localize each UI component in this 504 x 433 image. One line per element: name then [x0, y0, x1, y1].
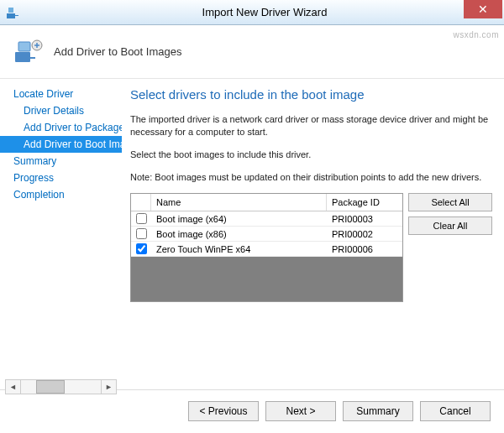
boot-images-table: Name Package ID Boot image (x64) PRI0000…: [130, 193, 403, 302]
row-package-id: PRI00002: [327, 227, 402, 241]
wizard-header: Add Driver to Boot Images: [0, 25, 504, 79]
table-side-buttons: Select All Clear All: [408, 193, 492, 302]
app-icon: [0, 6, 25, 19]
nav-add-to-packages[interactable]: Add Driver to Packages: [0, 119, 122, 136]
wizard-content: Select drivers to include in the boot im…: [122, 79, 504, 389]
nav-completion[interactable]: Completion: [0, 186, 122, 203]
instruction-text-1: The imported driver is a network card dr…: [130, 113, 492, 138]
col-checkbox: [131, 194, 151, 211]
close-button[interactable]: ✕: [464, 0, 502, 18]
col-name[interactable]: Name: [151, 194, 327, 211]
window-title: Import New Driver Wizard: [25, 6, 504, 18]
close-icon: ✕: [478, 3, 488, 16]
table-header-row: Name Package ID: [131, 194, 402, 211]
scroll-thumb[interactable]: [36, 380, 65, 394]
wizard-nav: Locate Driver Driver Details Add Driver …: [0, 79, 122, 389]
wizard-footer: < Previous Next > Summary Cancel: [0, 389, 504, 431]
sidebar-scrollbar[interactable]: ◄ ►: [5, 379, 117, 394]
clear-all-button[interactable]: Clear All: [408, 216, 492, 235]
instruction-text-3: Note: Boot images must be updated on the…: [130, 171, 492, 184]
scroll-right-icon[interactable]: ►: [101, 380, 116, 394]
svg-rect-4: [18, 42, 30, 51]
titlebar: Import New Driver Wizard ✕: [0, 0, 504, 25]
svg-rect-3: [15, 52, 30, 62]
table-row[interactable]: Boot image (x86) PRI00002: [131, 227, 402, 242]
svg-rect-0: [7, 13, 15, 18]
row-name: Boot image (x64): [151, 212, 327, 226]
wizard-step-title: Add Driver to Boot Images: [54, 45, 181, 58]
nav-locate-driver[interactable]: Locate Driver: [0, 86, 122, 102]
nav-driver-details[interactable]: Driver Details: [0, 102, 122, 119]
instruction-text-2: Select the boot images to include this d…: [130, 149, 492, 161]
row-checkbox[interactable]: [136, 213, 147, 224]
summary-button[interactable]: Summary: [343, 401, 413, 421]
row-name: Boot image (x86): [151, 227, 327, 241]
previous-button[interactable]: < Previous: [188, 401, 259, 421]
select-all-button[interactable]: Select All: [408, 193, 492, 211]
wizard-step-icon: [13, 37, 44, 67]
nav-progress[interactable]: Progress: [0, 170, 122, 186]
table-row[interactable]: Boot image (x64) PRI00003: [131, 211, 402, 227]
row-checkbox[interactable]: [136, 243, 147, 254]
row-package-id: PRI00006: [327, 243, 402, 256]
wizard-body: Locate Driver Driver Details Add Driver …: [0, 79, 504, 389]
next-button[interactable]: Next >: [265, 401, 336, 421]
col-package-id[interactable]: Package ID: [327, 194, 402, 211]
scroll-left-icon[interactable]: ◄: [6, 380, 21, 394]
row-package-id: PRI00003: [327, 212, 402, 226]
watermark: wsxdn.com: [453, 30, 499, 39]
svg-rect-1: [8, 8, 13, 13]
nav-summary[interactable]: Summary: [0, 153, 122, 170]
svg-rect-5: [30, 57, 35, 59]
row-name: Zero Touch WinPE x64: [151, 243, 327, 256]
cancel-button[interactable]: Cancel: [420, 401, 491, 421]
row-checkbox[interactable]: [136, 228, 147, 239]
page-title: Select drivers to include in the boot im…: [130, 87, 492, 102]
table-row[interactable]: Zero Touch WinPE x64 PRI00006: [131, 242, 402, 257]
nav-add-to-boot-images[interactable]: Add Driver to Boot Images: [0, 136, 122, 153]
svg-rect-2: [15, 15, 18, 16]
